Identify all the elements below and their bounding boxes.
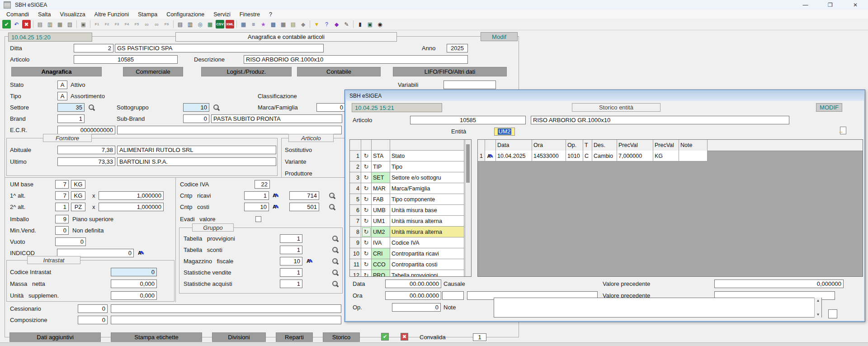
window-new-icon[interactable]: ▥ bbox=[46, 20, 54, 28]
scroll-down-icon[interactable]: ▼ bbox=[815, 313, 821, 317]
sottogruppo-search-icon[interactable] bbox=[212, 104, 220, 111]
filter-icon[interactable]: ▼ bbox=[312, 20, 321, 28]
dialog-articolo-desc-field[interactable]: RISO ARBORIO GR.1000x10 bbox=[531, 116, 789, 124]
tab-contabile[interactable]: Contabile bbox=[297, 67, 381, 76]
magazzino-fiscale-field[interactable]: 10 bbox=[280, 257, 302, 265]
note-field[interactable] bbox=[494, 298, 822, 318]
terminal-icon[interactable]: ▣ bbox=[366, 20, 374, 28]
subbrand-desc-field[interactable]: PASTA SUBITO PRONTA bbox=[211, 114, 342, 123]
tabella-provvigioni-search-icon[interactable] bbox=[331, 235, 339, 242]
edit-icon[interactable]: A✎ bbox=[307, 258, 313, 264]
entity-row[interactable]: 10↻CRIContropartita ricavi bbox=[350, 248, 471, 259]
menu-item-finestre[interactable]: Finestre bbox=[235, 10, 264, 19]
codice-iva-field[interactable]: 22 bbox=[255, 180, 270, 189]
f3-icon[interactable]: F3 bbox=[113, 20, 121, 28]
tab-logist-produz[interactable]: Logist./Produz. bbox=[201, 67, 292, 76]
marca-field[interactable]: 0 bbox=[316, 103, 345, 112]
entity-row[interactable]: 4↻MARMarca/Famiglia bbox=[350, 183, 471, 194]
entity-row[interactable]: 5↻FABTipo componente bbox=[350, 194, 471, 205]
dialog-checkbox[interactable] bbox=[828, 309, 837, 318]
cntp-costi-conto-field[interactable]: 501 bbox=[289, 203, 319, 211]
edit-icon[interactable]: A✎ bbox=[273, 192, 279, 199]
menu-item-configurazione[interactable]: Configurazione bbox=[162, 10, 209, 19]
evadi-valore-checkbox[interactable] bbox=[255, 216, 261, 222]
cessionario-desc-field[interactable] bbox=[111, 304, 341, 313]
entita-field[interactable]: UM2 bbox=[494, 128, 515, 136]
abituale-code-field[interactable]: 7,38 bbox=[57, 146, 115, 154]
entity-row[interactable]: 9↻IVACodice IVA bbox=[350, 237, 471, 248]
anno-field[interactable]: 2025 bbox=[447, 44, 468, 52]
confirm-icon[interactable]: ✔ bbox=[2, 20, 11, 28]
cntp-ricavi-conto-field[interactable]: 714 bbox=[289, 191, 319, 200]
f5-icon[interactable]: F5 bbox=[132, 20, 141, 28]
ecr-field[interactable]: 0000000000 bbox=[57, 126, 115, 134]
tipo-code-field[interactable]: A bbox=[57, 92, 67, 100]
statistiche-vendite-field[interactable]: 1 bbox=[280, 268, 302, 277]
entity-row[interactable]: 3↻SETSettore e/o sottogru bbox=[350, 172, 471, 183]
cntp-costi-field[interactable]: 10 bbox=[244, 203, 269, 211]
descrizione-field[interactable]: RISO ARBORIO GR.1000x10 bbox=[244, 55, 468, 64]
xml-export-icon[interactable]: XML bbox=[226, 20, 234, 28]
calendar-icon[interactable]: ▦ bbox=[239, 20, 248, 28]
record-back-icon[interactable]: ▧ bbox=[66, 20, 74, 28]
edit-icon[interactable]: A✎ bbox=[138, 250, 144, 256]
exit-icon[interactable]: → bbox=[840, 127, 846, 134]
print-setup-icon[interactable]: ▤ bbox=[176, 20, 184, 28]
record-forward-icon[interactable]: ▦ bbox=[56, 20, 64, 28]
table-view-icon[interactable]: ▦ bbox=[279, 20, 288, 28]
um-base-code-field[interactable]: 7 bbox=[55, 180, 69, 189]
imballo-field[interactable]: 9 bbox=[55, 215, 69, 223]
table-edit-icon[interactable]: ▤ bbox=[289, 20, 297, 28]
alt2-um-field[interactable]: PZ bbox=[71, 203, 85, 211]
entity-row[interactable]: 8↻UM2Unità misura alterna bbox=[350, 227, 471, 237]
history-row[interactable]: 1A✎10.04.2025145330001010CCambio7,000000… bbox=[478, 151, 708, 161]
menu-item-salta[interactable]: Salta bbox=[33, 10, 56, 19]
ultimo-code-field[interactable]: 73,33 bbox=[57, 157, 115, 166]
ultimo-name-field[interactable]: BARTOLINI S.P.A. bbox=[117, 157, 276, 166]
menu-item-visualizza[interactable]: Visualizza bbox=[56, 10, 90, 19]
dialog-title-bar[interactable]: SBH eSIGEA bbox=[346, 91, 864, 101]
binoculars-icon[interactable]: ∞ bbox=[142, 20, 151, 28]
save-icon[interactable]: ↶ bbox=[12, 20, 21, 28]
composizione-desc-field[interactable] bbox=[111, 316, 341, 324]
articolo-code-field[interactable]: 10585 bbox=[74, 55, 178, 64]
menu-item-?[interactable]: ? bbox=[264, 10, 277, 19]
entity-row[interactable]: 2↻TIPTipo bbox=[350, 161, 471, 172]
scrollbar-thumb[interactable] bbox=[466, 144, 470, 183]
causale-code-field[interactable] bbox=[442, 291, 464, 300]
statistiche-vendite-search-icon[interactable] bbox=[331, 269, 339, 276]
massa-netta-field[interactable]: 0,000 bbox=[111, 280, 157, 288]
cancel-icon[interactable]: ✖ bbox=[22, 20, 31, 28]
cntp-costi-search-icon[interactable] bbox=[328, 204, 335, 211]
dialog-ora-field[interactable]: 00.00.0000 bbox=[385, 291, 441, 300]
convalida-ok-icon[interactable]: ✔ bbox=[381, 333, 389, 341]
reparti-button[interactable]: Reparti bbox=[276, 332, 313, 342]
f1-icon[interactable]: F1 bbox=[93, 20, 101, 28]
tabella-provvigioni-field[interactable]: 1 bbox=[280, 234, 302, 243]
composizione-field[interactable]: 0 bbox=[78, 316, 108, 324]
ditta-name-field[interactable]: GS PASTIFICIO SPA bbox=[115, 44, 324, 52]
favorites-icon[interactable]: ◆ bbox=[332, 20, 341, 28]
ecr-desc-field[interactable] bbox=[117, 126, 342, 134]
binoculars-all-icon[interactable]: ∞ bbox=[152, 20, 161, 28]
menu-item-servizi[interactable]: Servizi bbox=[209, 10, 235, 19]
convalida-field[interactable]: 1 bbox=[473, 333, 486, 341]
entity-row[interactable]: 1↻STAStato bbox=[350, 151, 471, 161]
window-open-icon[interactable]: ▤ bbox=[36, 20, 44, 28]
cntp-ricavi-search-icon[interactable] bbox=[328, 192, 335, 199]
scroll-up-icon[interactable]: ▲ bbox=[815, 299, 821, 303]
signature-icon[interactable]: ✎ bbox=[342, 20, 351, 28]
close-button[interactable]: ✕ bbox=[843, 0, 868, 10]
dialog-articolo-code-field[interactable]: 10585 bbox=[410, 116, 526, 124]
table-search-icon[interactable]: ▩ bbox=[269, 20, 278, 28]
entity-row[interactable]: 7↻UM1Unità misura alterna bbox=[350, 216, 471, 227]
ditta-code-field[interactable]: 2 bbox=[74, 44, 113, 52]
um-base-um-field[interactable]: KG bbox=[71, 180, 85, 189]
vuoto-field[interactable]: 0 bbox=[55, 237, 86, 246]
magazzino-fiscale-search-icon[interactable] bbox=[331, 258, 339, 265]
alt1-code-field[interactable]: 7 bbox=[55, 191, 69, 200]
print-icon[interactable]: ▥ bbox=[186, 20, 194, 28]
alt2-code-field[interactable]: 1 bbox=[55, 203, 69, 211]
sottogruppo-field[interactable]: 10 bbox=[183, 103, 209, 112]
alt1-factor-field[interactable]: 1,000000 bbox=[99, 191, 164, 200]
